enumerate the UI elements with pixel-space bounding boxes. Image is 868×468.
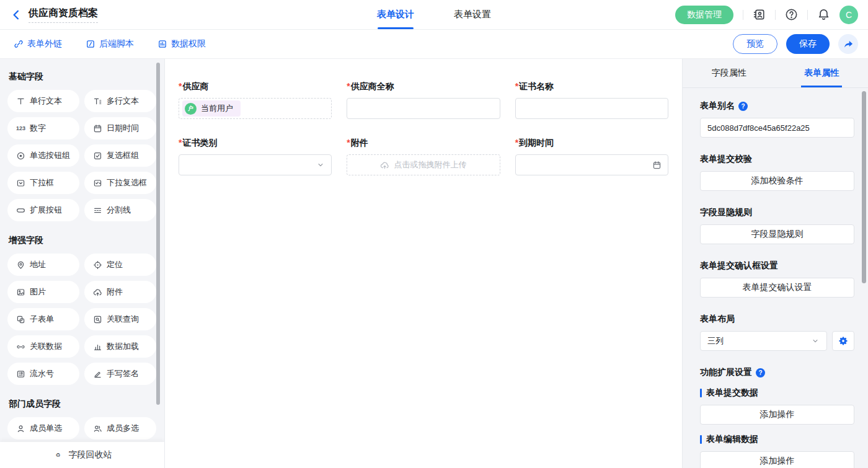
attachment-icon <box>93 288 102 297</box>
field-pill[interactable]: 地址 <box>7 254 79 276</box>
field-label: *证书名称 <box>515 81 668 92</box>
field-recycle-bin[interactable]: ♻ 字段回收站 <box>0 442 164 468</box>
field-pill[interactable]: 附件 <box>84 281 156 303</box>
script-icon <box>86 39 95 49</box>
toolbar-link-2[interactable]: 后端脚本 <box>86 38 134 50</box>
bell-icon[interactable] <box>817 8 830 21</box>
field-pill-label: 多行文本 <box>107 95 139 107</box>
locate-icon <box>93 260 102 270</box>
form-alias-input[interactable]: 5dc088d7df8ce45a65f22a25 <box>700 118 854 138</box>
field-pill-label: 成员多选 <box>107 423 139 434</box>
form-layout-select[interactable]: 三列 <box>700 331 827 351</box>
panel-action-button[interactable]: 表单提交确认设置 <box>700 278 854 298</box>
field-pill[interactable]: 下拉框 <box>7 172 79 194</box>
field-pill[interactable]: 单行文本 <box>7 90 79 112</box>
field-pill[interactable]: 成员单选 <box>7 417 79 439</box>
date-field[interactable] <box>515 154 668 175</box>
avatar[interactable]: C <box>839 6 858 24</box>
field-pill[interactable]: 123数字 <box>7 117 79 139</box>
canvas-field: *证书类别 <box>179 138 332 175</box>
header-left: 供应商资质档案 <box>10 7 98 23</box>
upload-field[interactable]: 点击或拖拽附件上传 <box>347 154 500 175</box>
user-icon: 户 <box>185 103 197 115</box>
data-manage-button[interactable]: 数据管理 <box>675 6 733 24</box>
tab-field-properties[interactable]: 字段属性 <box>683 59 776 87</box>
save-button[interactable]: 保存 <box>786 34 830 54</box>
serial-icon <box>16 369 25 379</box>
field-label: *附件 <box>347 138 500 149</box>
sidebar-sections: 基础字段单行文本多行文本123数字日期时间单选按钮组复选框组下拉框下拉复选框扩展… <box>7 71 164 467</box>
field-pill-label: 扩展按钮 <box>30 205 62 216</box>
user-field-box[interactable]: 户当前用户 <box>179 98 332 119</box>
contacts-icon[interactable] <box>753 8 766 21</box>
layout-settings-button[interactable] <box>832 331 854 351</box>
panel-subsection-title: 表单提交数据 <box>700 387 854 399</box>
toolbar-link-label: 后端脚本 <box>99 38 134 50</box>
field-pill[interactable]: 扩展按钮 <box>7 199 79 221</box>
sidebar-scrollbar[interactable] <box>156 63 160 405</box>
field-label: *到期时间 <box>515 138 668 149</box>
toolbar-link-1[interactable]: 表单外链 <box>14 38 62 50</box>
permission-icon <box>157 39 167 49</box>
field-label-text: 到期时间 <box>519 138 554 149</box>
form-canvas: *供应商户当前用户*供应商全称*证书名称*证书类别*附件点击或拖拽附件上传*到期… <box>165 59 682 468</box>
tab-form-properties[interactable]: 表单属性 <box>776 59 868 87</box>
lookup-icon <box>93 315 102 324</box>
single-line-text-icon <box>16 97 25 106</box>
field-pill[interactable]: 流水号 <box>7 363 79 385</box>
sidebar-section-title: 部门成员字段 <box>9 399 164 410</box>
panel-subsection-title-text: 表单提交数据 <box>706 387 758 399</box>
back-icon[interactable] <box>10 9 22 21</box>
field-pill[interactable]: 定位 <box>84 254 156 276</box>
address-icon <box>16 260 25 270</box>
select-field[interactable] <box>179 154 332 175</box>
field-pill[interactable]: 下拉复选框 <box>84 172 156 194</box>
share-button[interactable] <box>838 34 858 54</box>
panel-action-button[interactable]: 添加校验条件 <box>700 171 854 191</box>
field-pill-label: 流水号 <box>30 368 54 379</box>
field-pill-label: 下拉框 <box>30 177 54 188</box>
body: 基础字段单行文本多行文本123数字日期时间单选按钮组复选框组下拉框下拉复选框扩展… <box>0 59 868 468</box>
field-pill[interactable]: 日期时间 <box>84 117 156 139</box>
panel-action-button[interactable]: 字段显隐规则 <box>700 224 854 244</box>
field-pill[interactable]: 分割线 <box>84 199 156 221</box>
panel-section-title: 表单提交校验 <box>700 154 854 165</box>
field-pill[interactable]: 多行文本 <box>84 90 156 112</box>
field-pill[interactable]: 图片 <box>7 281 79 303</box>
field-pill[interactable]: 复选框组 <box>84 144 156 167</box>
field-palette-sidebar: 基础字段单行文本多行文本123数字日期时间单选按钮组复选框组下拉框下拉复选框扩展… <box>0 59 165 468</box>
field-pill[interactable]: 关联数据 <box>7 335 79 358</box>
add-action-button[interactable]: 添加操作 <box>700 405 854 425</box>
current-user-tag[interactable]: 户当前用户 <box>182 100 241 117</box>
members-icon <box>93 424 102 433</box>
tag-label: 当前用户 <box>201 103 233 114</box>
multi-line-text-icon <box>93 97 102 106</box>
text-input-field[interactable] <box>347 98 500 119</box>
preview-button[interactable]: 预览 <box>733 34 777 54</box>
add-action-button[interactable]: 添加操作 <box>700 451 854 468</box>
field-pill[interactable]: 关联查询 <box>84 308 156 330</box>
divider-icon <box>93 206 102 215</box>
field-pill[interactable]: 数据加载 <box>84 335 156 358</box>
toolbar-link-3[interactable]: 数据权限 <box>157 38 206 50</box>
panel-scrollbar[interactable] <box>862 91 866 283</box>
relation-icon <box>16 342 25 351</box>
field-pill[interactable]: 子表单 <box>7 308 79 330</box>
field-pill[interactable]: 手写签名 <box>84 363 156 385</box>
panel-subsection-title: 表单编辑数据 <box>700 434 854 445</box>
field-pill-label: 单选按钮组 <box>30 150 70 161</box>
question-help-icon[interactable]: ? <box>738 102 748 111</box>
tab-form-settings[interactable]: 表单设置 <box>454 0 491 29</box>
field-pill[interactable]: 单选按钮组 <box>7 144 79 167</box>
signature-icon <box>93 369 102 379</box>
field-pill[interactable]: 成员多选 <box>84 417 156 439</box>
tab-form-design[interactable]: 表单设计 <box>377 0 414 29</box>
app-root: 供应商资质档案 表单设计 表单设置 数据管理 C 表单外链后端脚本数据权限 预览… <box>0 0 868 468</box>
page-title: 供应商资质档案 <box>29 7 98 23</box>
text-input-field[interactable] <box>515 98 668 119</box>
help-icon[interactable] <box>785 8 798 21</box>
panel-section-title: 表单提交确认框设置 <box>700 260 854 272</box>
sidebar-section-title: 增强字段 <box>9 235 164 246</box>
question-help-icon[interactable]: ? <box>756 368 765 377</box>
panel-section-title-text: 表单提交校验 <box>700 154 752 165</box>
